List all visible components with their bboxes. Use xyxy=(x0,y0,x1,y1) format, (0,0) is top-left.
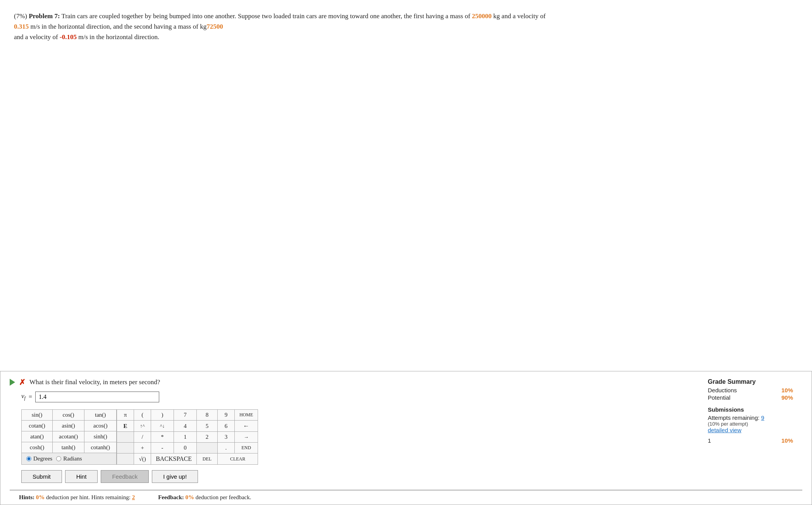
answer-row: vf = xyxy=(21,392,802,402)
btn-1[interactable]: 1 xyxy=(174,432,197,443)
vf-subscript: f xyxy=(24,396,26,401)
btn-acotan[interactable]: acotan() xyxy=(53,431,84,442)
btn-cosh[interactable]: cosh() xyxy=(22,442,53,453)
x-icon: ✗ xyxy=(19,378,26,386)
equals-sign: = xyxy=(29,393,32,400)
btn-plus[interactable]: + xyxy=(134,443,151,453)
feedback-deduction: 0% xyxy=(186,494,194,500)
vf-label: vf xyxy=(21,392,26,401)
btn-e[interactable]: E xyxy=(117,421,134,432)
vel1-after: m/s in the horizontal direction, and the… xyxy=(29,23,200,30)
btn-cotanh[interactable]: cotanh() xyxy=(84,442,117,453)
feedback-label: Feedback: xyxy=(158,494,184,500)
btn-up-arrow[interactable]: ↑^ xyxy=(134,421,151,432)
hints-bar: Hints: 0% deduction per hint. Hints rema… xyxy=(10,490,802,505)
degrees-label[interactable]: Degrees xyxy=(26,455,52,462)
btn-paren-close[interactable]: ) xyxy=(151,410,174,421)
btn-cos[interactable]: cos() xyxy=(53,410,84,421)
btn-0[interactable]: 0 xyxy=(174,443,197,453)
btn-empty-3 xyxy=(196,443,217,453)
btn-7[interactable]: 7 xyxy=(174,410,197,421)
btn-empty-4 xyxy=(117,453,134,465)
btn-acos[interactable]: acos() xyxy=(84,421,117,431)
btn-minus[interactable]: - xyxy=(151,443,174,453)
answer-input[interactable] xyxy=(35,392,159,402)
radians-text: Radians xyxy=(63,455,82,462)
btn-pi[interactable]: π xyxy=(117,410,134,421)
numpad-wrapper: π ( ) 7 8 9 HOME E ↑^ ^↓ 4 xyxy=(117,409,258,465)
per-attempt-note: (10% per attempt) xyxy=(708,421,793,427)
mass1-value: 250000 xyxy=(472,12,492,20)
btn-2[interactable]: 2 xyxy=(196,432,217,443)
btn-dot[interactable]: . xyxy=(217,443,234,453)
btn-paren-open[interactable]: ( xyxy=(134,410,151,421)
problem-label: Problem 7: xyxy=(29,12,60,20)
vel2-value: -0.105 xyxy=(60,33,77,41)
btn-5[interactable]: 5 xyxy=(196,421,217,432)
btn-6[interactable]: 6 xyxy=(217,421,234,432)
submit-button[interactable]: Submit xyxy=(21,470,62,483)
question-box: Grade Summary Deductions 10% Potential 9… xyxy=(0,371,812,505)
btn-sqrt[interactable]: √() xyxy=(134,453,151,465)
hints-remaining[interactable]: 2 xyxy=(132,494,135,500)
potential-row: Potential 90% xyxy=(708,394,793,401)
btn-sinh[interactable]: sinh() xyxy=(84,431,117,442)
detailed-view-link[interactable]: detailed view xyxy=(708,427,793,433)
mass2-unit-before: kg xyxy=(200,23,206,30)
btn-tanh[interactable]: tanh() xyxy=(53,442,84,453)
page-container: (7%) Problem 7: Train cars are coupled t… xyxy=(0,0,812,505)
attempts-row: Attempts remaining: 9 xyxy=(708,414,793,421)
btn-divide[interactable]: / xyxy=(134,432,151,443)
vf-italic: v xyxy=(21,392,24,400)
btn-cotan[interactable]: cotan() xyxy=(22,421,53,431)
give-up-button[interactable]: I give up! xyxy=(152,470,198,483)
btn-8[interactable]: 8 xyxy=(196,410,217,421)
radians-label[interactable]: Radians xyxy=(56,455,82,462)
btn-9[interactable]: 9 xyxy=(217,410,234,421)
btn-asin[interactable]: asin() xyxy=(53,421,84,431)
btn-end[interactable]: END xyxy=(234,443,258,453)
potential-label: Potential xyxy=(708,394,730,401)
vel2-after: m/s in the horizontal direction. xyxy=(77,33,159,41)
submission-score-row: 1 10% xyxy=(708,437,793,444)
submission-number: 1 xyxy=(708,437,711,444)
btn-backspace[interactable]: BACKSPACE xyxy=(151,453,197,465)
attempts-value[interactable]: 9 xyxy=(761,414,764,421)
deductions-row: Deductions 10% xyxy=(708,387,793,393)
question-text: What is their final velocity, in meters … xyxy=(29,378,160,386)
question-header: ✗ What is their final velocity, in meter… xyxy=(10,378,802,386)
btn-sin[interactable]: sin() xyxy=(22,410,53,421)
grade-panel: Grade Summary Deductions 10% Potential 9… xyxy=(708,378,793,444)
mass1-unit: kg and a velocity of xyxy=(492,12,545,20)
btn-down-arrow[interactable]: ^↓ xyxy=(151,421,174,432)
btn-clear[interactable]: CLEAR xyxy=(217,453,258,465)
numpad-table: π ( ) 7 8 9 HOME E ↑^ ^↓ 4 xyxy=(117,409,258,465)
btn-3[interactable]: 3 xyxy=(217,432,234,443)
btn-tan[interactable]: tan() xyxy=(84,410,117,421)
btn-right-arrow[interactable]: → xyxy=(234,432,258,443)
hints-label: Hints: xyxy=(19,494,34,500)
btn-atan[interactable]: atan() xyxy=(22,431,53,442)
btn-del[interactable]: DEL xyxy=(196,453,217,465)
btn-left-arrow[interactable]: ← xyxy=(234,421,258,432)
hint-button[interactable]: Hint xyxy=(65,470,98,483)
submissions-title: Submissions xyxy=(708,406,793,413)
detailed-view-text[interactable]: detailed view xyxy=(708,427,741,433)
radians-radio[interactable] xyxy=(56,456,61,461)
problem-text: (7%) Problem 7: Train cars are coupled t… xyxy=(14,11,556,43)
angle-mode-row: Degrees Radians xyxy=(21,453,117,465)
problem-desc-before: Train cars are coupled together by being… xyxy=(62,12,472,20)
degrees-text: Degrees xyxy=(33,455,52,462)
problem-weight: (7%) xyxy=(14,12,27,20)
trig-table: sin() cos() tan() cotan() asin() acos() … xyxy=(21,409,117,453)
degrees-radio[interactable] xyxy=(26,456,31,461)
potential-value: 90% xyxy=(781,394,793,401)
button-row: Submit Hint Feedback I give up! xyxy=(21,470,802,483)
btn-multiply[interactable]: * xyxy=(151,432,174,443)
btn-home[interactable]: HOME xyxy=(234,410,258,421)
feedback-section: Feedback: 0% deduction per feedback. xyxy=(158,494,251,501)
btn-4[interactable]: 4 xyxy=(174,421,197,432)
problem-desc-after: and a velocity of xyxy=(14,33,60,41)
feedback-button[interactable]: Feedback xyxy=(101,470,149,483)
trig-table-wrapper: sin() cos() tan() cotan() asin() acos() … xyxy=(21,409,117,465)
